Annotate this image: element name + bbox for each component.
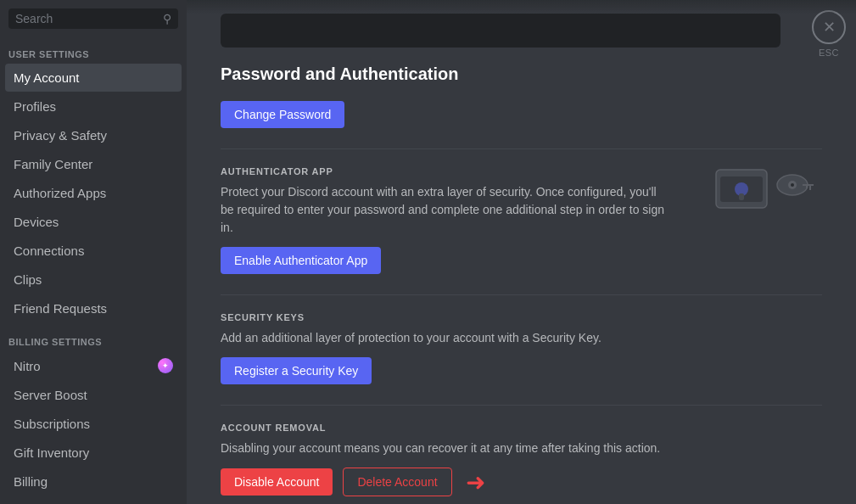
divider-1	[221, 148, 822, 149]
sidebar-item-my-account[interactable]: My Account	[5, 64, 182, 92]
svg-rect-3	[739, 193, 744, 200]
sidebar-item-devices[interactable]: Devices	[5, 208, 182, 236]
sidebar-item-profiles[interactable]: Profiles	[5, 92, 182, 120]
sidebar-item-family-center[interactable]: Family Center	[5, 150, 182, 178]
sidebar-item-privacy-safety[interactable]: Privacy & Safety	[5, 121, 182, 149]
sidebar-item-label-family-center: Family Center	[14, 157, 92, 171]
search-container: ⚲	[0, 0, 187, 36]
esc-label: ESC	[819, 48, 839, 58]
enable-authenticator-button[interactable]: Enable Authenticator App	[221, 247, 381, 274]
disable-account-button[interactable]: Disable Account	[221, 468, 333, 496]
sidebar-item-label-billing: Billing	[14, 474, 48, 489]
esc-button[interactable]: ✕ ESC	[812, 10, 846, 58]
divider-3	[221, 405, 822, 406]
billing-nav: Nitro✦Server BoostSubscriptionsGift Inve…	[0, 350, 187, 496]
sidebar-item-label-profiles: Profiles	[14, 99, 56, 114]
sidebar-item-nitro[interactable]: Nitro✦	[5, 351, 182, 380]
arrow-indicator: ➜	[466, 468, 485, 496]
input-preview-bar	[221, 14, 780, 48]
sidebar-item-label-subscriptions: Subscriptions	[14, 417, 90, 431]
sidebar-item-label-privacy-safety: Privacy & Safety	[14, 128, 107, 143]
search-input[interactable]	[15, 12, 159, 25]
sidebar-item-billing[interactable]: Billing	[5, 468, 182, 496]
sidebar-item-label-devices: Devices	[14, 215, 59, 229]
sidebar-item-label-gift-inventory: Gift Inventory	[14, 445, 89, 460]
account-removal-title: ACCOUNT REMOVAL	[221, 423, 822, 433]
sidebar-item-label-nitro: Nitro	[14, 359, 41, 373]
sidebar-item-subscriptions[interactable]: Subscriptions	[5, 410, 182, 438]
search-box[interactable]: ⚲	[8, 8, 178, 29]
search-icon: ⚲	[163, 12, 171, 25]
register-security-key-button[interactable]: Register a Security Key	[221, 357, 372, 384]
sidebar-item-server-boost[interactable]: Server Boost	[5, 381, 182, 409]
billing-settings-header: BILLING SETTINGS	[0, 323, 187, 350]
security-illustration	[712, 153, 822, 221]
sidebar-item-clips[interactable]: Clips	[5, 266, 182, 294]
delete-account-button[interactable]: Delete Account	[343, 468, 451, 496]
sidebar-item-label-authorized-apps: Authorized Apps	[14, 186, 106, 200]
sidebar: ⚲ USER SETTINGS My AccountProfilesPrivac…	[0, 0, 187, 504]
main-content: ✕ ESC Password and Authentication Change…	[187, 0, 856, 504]
account-removal-buttons: Disable Account Delete Account ➜	[221, 468, 822, 496]
divider-2	[221, 294, 822, 295]
sidebar-item-label-clips: Clips	[14, 272, 42, 287]
user-settings-header: USER SETTINGS	[0, 36, 187, 63]
svg-point-6	[791, 183, 794, 187]
esc-circle-icon: ✕	[812, 10, 846, 44]
security-keys-title: SECURITY KEYS	[221, 312, 822, 322]
change-password-section: Change Password	[221, 101, 822, 128]
sidebar-item-label-my-account: My Account	[14, 70, 80, 85]
sidebar-item-friend-requests[interactable]: Friend Requests	[5, 294, 182, 322]
account-removal-section: ACCOUNT REMOVAL Disabling your account m…	[221, 423, 822, 496]
sidebar-item-label-friend-requests: Friend Requests	[14, 301, 107, 316]
page-title: Password and Authentication	[221, 64, 822, 84]
security-keys-desc: Add an additional layer of protection to…	[221, 329, 670, 347]
nitro-badge-icon: ✦	[158, 358, 173, 373]
sidebar-item-connections[interactable]: Connections	[5, 237, 182, 265]
sidebar-item-gift-inventory[interactable]: Gift Inventory	[5, 439, 182, 467]
sidebar-item-authorized-apps[interactable]: Authorized Apps	[5, 179, 182, 207]
sidebar-item-label-server-boost: Server Boost	[14, 388, 87, 402]
account-removal-desc: Disabling your account means you can rec…	[221, 440, 670, 457]
change-password-button[interactable]: Change Password	[221, 101, 344, 128]
security-keys-section: SECURITY KEYS Add an additional layer of…	[221, 312, 822, 384]
user-nav: My AccountProfilesPrivacy & SafetyFamily…	[0, 63, 187, 323]
sidebar-item-label-connections: Connections	[14, 244, 84, 258]
authenticator-desc: Protect your Discord account with an ext…	[221, 183, 670, 237]
